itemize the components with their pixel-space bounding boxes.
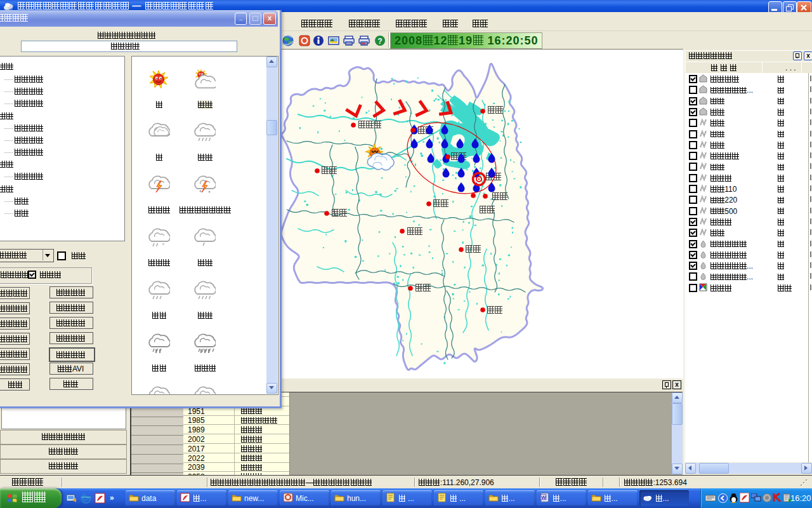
svg-text:W: W	[541, 495, 546, 500]
svg-text:?: ?	[377, 37, 382, 46]
